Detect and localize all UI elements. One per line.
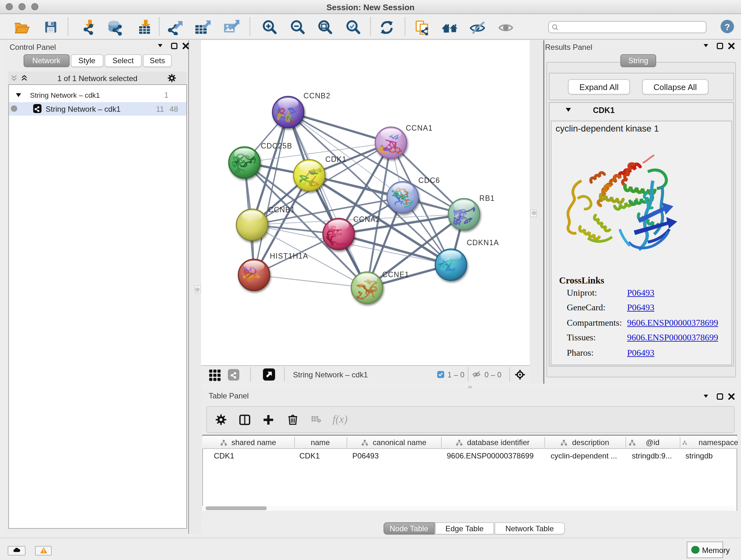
svg-text:CDK1: CDK1 [325,155,347,163]
svg-text:RB1: RB1 [479,194,495,202]
svg-text:CCNA1: CCNA1 [406,124,433,132]
svg-text:CCNA2: CCNA2 [353,215,381,223]
svg-text:CDKN1A: CDKN1A [467,238,499,246]
svg-text:CCNB1: CCNB1 [268,205,295,213]
svg-text:CDC6: CDC6 [418,176,440,184]
svg-text:CDC25B: CDC25B [261,141,292,150]
svg-text:CCNE1: CCNE1 [382,270,409,278]
svg-text:HIST1H1A: HIST1H1A [270,252,308,260]
svg-text:CCNB2: CCNB2 [304,91,331,100]
